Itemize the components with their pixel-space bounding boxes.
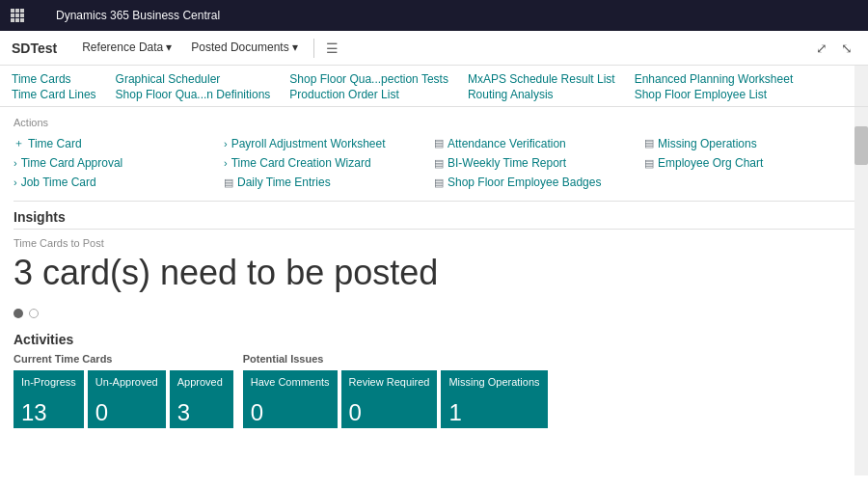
svg-rect-7 xyxy=(15,18,19,22)
insights-section: Insights Time Cards to Post 3 card(s) ne… xyxy=(14,201,854,293)
quick-link-production-order-list[interactable]: Production Order List xyxy=(289,87,448,102)
dot-2[interactable] xyxy=(29,309,39,318)
activities-group-potential: Potential Issues Have Comments 0 Review … xyxy=(243,353,548,428)
dot-1[interactable] xyxy=(14,309,23,318)
current-tiles: In-Progress 13 Un-Approved 0 Approved 3 xyxy=(14,370,233,428)
scrollbar-thumb xyxy=(854,126,868,165)
action-daily-time-entries[interactable]: ▤ Daily Time Entries xyxy=(224,174,434,191)
svg-rect-4 xyxy=(15,14,19,17)
quick-link-shop-floor-employee-list[interactable]: Shop Floor Employee List xyxy=(635,87,794,102)
potential-issues-label: Potential Issues xyxy=(243,353,548,365)
action-job-time-card[interactable]: › Job Time Card xyxy=(14,174,224,191)
secondary-nav: SDTest Reference Data ▾ Posted Documents… xyxy=(0,31,868,66)
plus-icon: ＋ xyxy=(14,136,24,150)
action-missing-operations[interactable]: ▤ Missing Operations xyxy=(644,134,854,152)
nav-posted-documents[interactable]: Posted Documents ▾ xyxy=(181,31,307,66)
grid-icon xyxy=(10,8,42,23)
quick-link-group-2: Graphical Scheduler Shop Floor Qua...n D… xyxy=(116,71,271,102)
chevron-right-icon: › xyxy=(224,138,228,149)
action-attendance-verification[interactable]: ▤ Attendance Verification xyxy=(434,134,644,152)
action-payroll-adjustment[interactable]: › Payroll Adjustment Worksheet xyxy=(224,134,434,152)
action-shop-floor-employee-badges[interactable]: ▤ Shop Floor Employee Badges xyxy=(434,174,644,191)
chevron-right-icon: › xyxy=(14,157,17,169)
top-bar: Dynamics 365 Business Central xyxy=(0,0,868,31)
potential-tiles: Have Comments 0 Review Required 0 Missin… xyxy=(243,370,548,428)
actions-label: Actions xyxy=(14,117,854,128)
svg-rect-2 xyxy=(20,9,24,13)
tile-review-required[interactable]: Review Required 0 xyxy=(341,370,438,428)
hamburger-menu[interactable]: ☰ xyxy=(320,41,344,56)
tile-approved[interactable]: Approved 3 xyxy=(170,370,233,428)
app-name: SDTest xyxy=(12,41,57,56)
doc-icon: ▤ xyxy=(434,137,444,149)
actions-grid: ＋ Time Card › Payroll Adjustment Workshe… xyxy=(14,134,854,191)
pin-icon[interactable]: ⤢ xyxy=(812,39,831,58)
insights-divider xyxy=(14,229,854,230)
quick-link-time-cards[interactable]: Time Cards xyxy=(12,71,96,87)
activities-group-current: Current Time Cards In-Progress 13 Un-App… xyxy=(14,353,233,428)
quick-links-bar: Time Cards Time Card Lines Graphical Sch… xyxy=(0,66,868,107)
right-scrollbar[interactable] xyxy=(854,107,868,475)
quick-link-enhanced-planning[interactable]: Enhanced Planning Worksheet xyxy=(635,71,794,87)
quick-link-group-1: Time Cards Time Card Lines xyxy=(12,71,96,102)
quick-link-time-card-lines[interactable]: Time Card Lines xyxy=(12,87,96,102)
pagination-dots xyxy=(14,309,854,318)
svg-rect-0 xyxy=(11,9,14,13)
quick-links-scrollbar xyxy=(854,66,868,106)
tile-un-approved[interactable]: Un-Approved 0 xyxy=(88,370,166,428)
quick-link-mxaps[interactable]: MxAPS Schedule Result List xyxy=(468,71,615,87)
chevron-right-icon: › xyxy=(224,157,228,169)
tile-missing-operations[interactable]: Missing Operations 1 xyxy=(441,370,547,428)
nav-right-icons: ⤢ ⤡ xyxy=(812,39,856,58)
action-bi-weekly-time-report[interactable]: ▤ BI-Weekly Time Report xyxy=(434,154,644,172)
app-title: Dynamics 365 Business Central xyxy=(56,9,220,22)
tile-have-comments[interactable]: Have Comments 0 xyxy=(243,370,338,428)
chevron-right-icon: › xyxy=(14,176,17,188)
nav-reference-data[interactable]: Reference Data ▾ xyxy=(72,31,181,66)
quick-link-routing-analysis[interactable]: Routing Analysis xyxy=(468,87,615,102)
doc-icon: ▤ xyxy=(224,176,233,189)
activities-title: Activities xyxy=(14,332,854,347)
svg-rect-5 xyxy=(20,14,24,17)
action-time-card-approval[interactable]: › Time Card Approval xyxy=(14,154,224,172)
current-time-cards-label: Current Time Cards xyxy=(14,353,233,365)
doc-icon: ▤ xyxy=(644,137,654,149)
insights-title: Insights xyxy=(14,209,854,225)
quick-link-group-4: MxAPS Schedule Result List Routing Analy… xyxy=(468,71,615,102)
quick-link-graphical-scheduler[interactable]: Graphical Scheduler xyxy=(116,71,271,87)
quick-link-group-5: Enhanced Planning Worksheet Shop Floor E… xyxy=(635,71,794,102)
main-content: Actions ＋ Time Card › Payroll Adjustment… xyxy=(0,107,868,475)
insights-subtitle: Time Cards to Post xyxy=(14,237,854,249)
action-employee-org-chart[interactable]: ▤ Employee Org Chart xyxy=(644,154,854,172)
quick-link-shop-floor-qua-n-def[interactable]: Shop Floor Qua...n Definitions xyxy=(116,87,271,102)
quick-link-group-3: Shop Floor Qua...pection Tests Productio… xyxy=(289,71,448,102)
svg-rect-3 xyxy=(11,14,14,17)
action-time-card-creation-wizard[interactable]: › Time Card Creation Wizard xyxy=(224,154,434,172)
activities-row: Current Time Cards In-Progress 13 Un-App… xyxy=(14,353,854,428)
quick-link-shop-floor-qua-pection[interactable]: Shop Floor Qua...pection Tests xyxy=(289,71,448,87)
doc-icon: ▤ xyxy=(434,157,444,170)
svg-rect-6 xyxy=(11,18,14,22)
nav-divider xyxy=(313,39,314,58)
tile-in-progress[interactable]: In-Progress 13 xyxy=(14,370,84,428)
svg-rect-8 xyxy=(20,18,24,22)
svg-rect-1 xyxy=(15,9,19,13)
content-wrapper: Actions ＋ Time Card › Payroll Adjustment… xyxy=(0,107,868,475)
doc-icon: ▤ xyxy=(434,176,444,189)
doc-icon: ▤ xyxy=(644,157,654,170)
action-time-card[interactable]: ＋ Time Card xyxy=(14,134,224,152)
insights-big-text: 3 card(s) need to be posted xyxy=(14,253,854,293)
expand-icon[interactable]: ⤡ xyxy=(837,39,856,58)
